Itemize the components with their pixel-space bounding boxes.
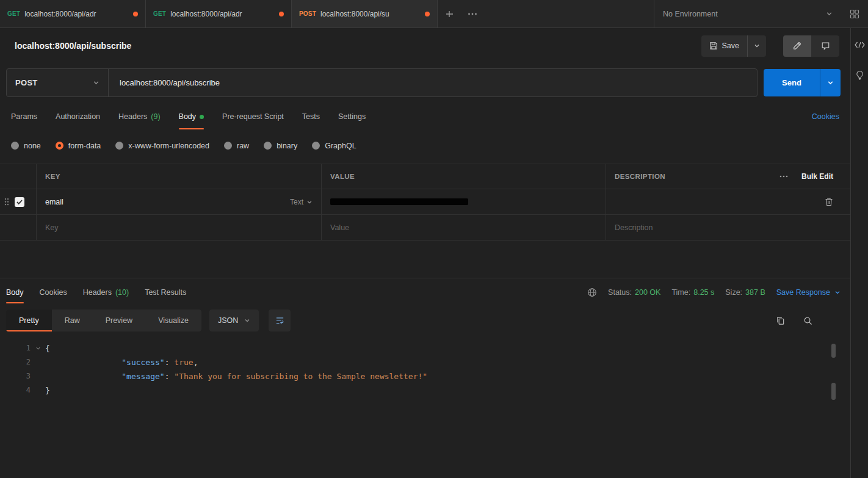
environment-quick-look-button[interactable]: [841, 0, 868, 27]
send-options-chevron[interactable]: [820, 69, 841, 96]
view-tab-raw[interactable]: Raw: [52, 310, 93, 331]
request-tab-2[interactable]: GET localhost:8000/api/adr: [146, 0, 292, 27]
chevron-down-icon: [93, 79, 99, 86]
save-response-button[interactable]: Save Response: [776, 288, 841, 297]
key-cell[interactable]: email Text: [36, 189, 321, 214]
new-tab-button[interactable]: [438, 0, 461, 27]
table-row-email: email Text: [0, 189, 850, 215]
table-header-row: KEY VALUE DESCRIPTION Bulk Edit: [0, 164, 850, 189]
key-placeholder: Key: [45, 223, 59, 232]
line-number: 4: [0, 383, 31, 397]
cookies-link[interactable]: Cookies: [812, 112, 839, 121]
response-body-viewer[interactable]: 1 { 2 "success": true, 3: [0, 335, 850, 478]
response-tab-body-active[interactable]: Body: [6, 278, 24, 306]
request-tab-3-active[interactable]: POST localhost:8000/api/su: [292, 0, 438, 27]
tab-label: Authorization: [56, 112, 100, 121]
scrollbar-thumb[interactable]: [831, 383, 836, 400]
tab-authorization[interactable]: Authorization: [56, 101, 100, 132]
radio-graphql[interactable]: GraphQL: [312, 142, 356, 150]
radio-label: raw: [237, 142, 249, 150]
description-cell[interactable]: [606, 189, 726, 214]
headers-count-badge: (9): [151, 112, 160, 121]
tab-headers[interactable]: Headers (9): [118, 101, 161, 132]
view-tab-pretty-active[interactable]: Pretty: [6, 310, 52, 331]
code-snippet-button[interactable]: [855, 42, 865, 48]
description-cell-empty[interactable]: Description: [606, 215, 726, 240]
field-type-select[interactable]: Text: [290, 198, 313, 206]
postman-window: GET localhost:8000/api/adr GET localhost…: [0, 0, 868, 478]
lightbulb-icon: [855, 70, 864, 81]
wrap-lines-button[interactable]: [269, 310, 291, 331]
page-title: localhost:8000/api/subscribe: [15, 41, 131, 51]
view-tab-visualize[interactable]: Visualize: [145, 310, 201, 331]
value-cell[interactable]: [321, 189, 606, 214]
radio-none[interactable]: none: [11, 142, 41, 150]
search-button[interactable]: [803, 316, 812, 325]
request-tabs: Params Authorization Headers (9) Body Pr…: [0, 101, 850, 132]
lightbulb-button[interactable]: [855, 70, 864, 81]
line-number: 3: [0, 369, 31, 383]
view-mode-segment: Pretty Raw Preview Visualize: [6, 310, 201, 331]
search-icon: [803, 316, 812, 325]
response-tab-headers[interactable]: Headers (10): [83, 278, 129, 306]
tab-body-active[interactable]: Body: [179, 101, 204, 132]
tab-title: localhost:8000/api/adr: [24, 10, 129, 18]
radio-binary[interactable]: binary: [264, 142, 297, 150]
indent: [112, 372, 122, 381]
status-badge: Status: 200 OK: [608, 288, 660, 297]
format-value: JSON: [218, 316, 238, 325]
method-badge: POST: [299, 10, 316, 17]
table-row-empty: Key Value Description: [0, 215, 850, 241]
environment-selector[interactable]: No Environment: [654, 0, 841, 27]
json-separator: :: [165, 372, 175, 381]
radio-icon: [264, 142, 272, 150]
response-tab-cookies[interactable]: Cookies: [40, 278, 67, 306]
column-header-key: KEY: [45, 173, 60, 180]
radio-x-www-form-urlencoded[interactable]: x-www-form-urlencoded: [115, 142, 209, 150]
format-select[interactable]: JSON: [209, 310, 259, 331]
environment-name: No Environment: [663, 10, 821, 18]
request-tab-1[interactable]: GET localhost:8000/api/adr: [0, 0, 146, 27]
value-placeholder: Value: [330, 223, 349, 232]
radio-raw[interactable]: raw: [224, 142, 249, 150]
save-options-chevron[interactable]: [748, 35, 766, 57]
view-tab-preview[interactable]: Preview: [93, 310, 145, 331]
more-tabs-button[interactable]: [461, 0, 484, 27]
url-input[interactable]: localhost:8000/api/subscribe: [109, 69, 757, 96]
tab-label: Body: [179, 112, 197, 121]
time-label: Time:: [671, 288, 690, 297]
save-button-group: Save: [701, 35, 767, 57]
radio-form-data-selected[interactable]: form-data: [56, 142, 101, 150]
headers-count-badge: (10): [115, 288, 129, 297]
save-button-label: Save: [722, 42, 740, 50]
fold-toggle-icon[interactable]: [31, 346, 45, 351]
send-button[interactable]: Send: [764, 69, 841, 96]
method-select[interactable]: POST: [7, 69, 109, 96]
tab-title: localhost:8000/api/su: [320, 10, 421, 18]
tab-prerequest-script[interactable]: Pre-request Script: [222, 101, 284, 132]
tab-settings[interactable]: Settings: [338, 101, 366, 132]
value-cell-empty[interactable]: Value: [321, 215, 606, 240]
copy-icon: [776, 316, 785, 325]
tab-tests[interactable]: Tests: [302, 101, 320, 132]
key-value: email: [45, 198, 63, 206]
response-tab-test-results[interactable]: Test Results: [145, 278, 186, 306]
drag-handle-icon[interactable]: [4, 198, 9, 206]
edit-button[interactable]: [783, 35, 811, 57]
status-value: 200 OK: [635, 288, 660, 297]
radio-icon: [312, 142, 320, 150]
row-checkbox-checked[interactable]: [15, 197, 24, 207]
delete-row-button[interactable]: [825, 197, 833, 206]
bulk-edit-button[interactable]: Bulk Edit: [801, 172, 833, 181]
tab-params[interactable]: Params: [11, 101, 37, 132]
table-options-button[interactable]: [779, 175, 788, 178]
json-value: "Thank you for subscribing to the Sample…: [174, 372, 427, 381]
scrollbar-thumb[interactable]: [831, 344, 836, 358]
network-info-button[interactable]: [587, 288, 597, 297]
copy-button[interactable]: [776, 316, 785, 325]
save-button[interactable]: Save: [701, 35, 748, 57]
comment-button[interactable]: [811, 35, 839, 57]
plus-icon: [446, 10, 453, 18]
key-cell-empty[interactable]: Key: [36, 215, 321, 240]
method-select-value: POST: [15, 78, 38, 87]
